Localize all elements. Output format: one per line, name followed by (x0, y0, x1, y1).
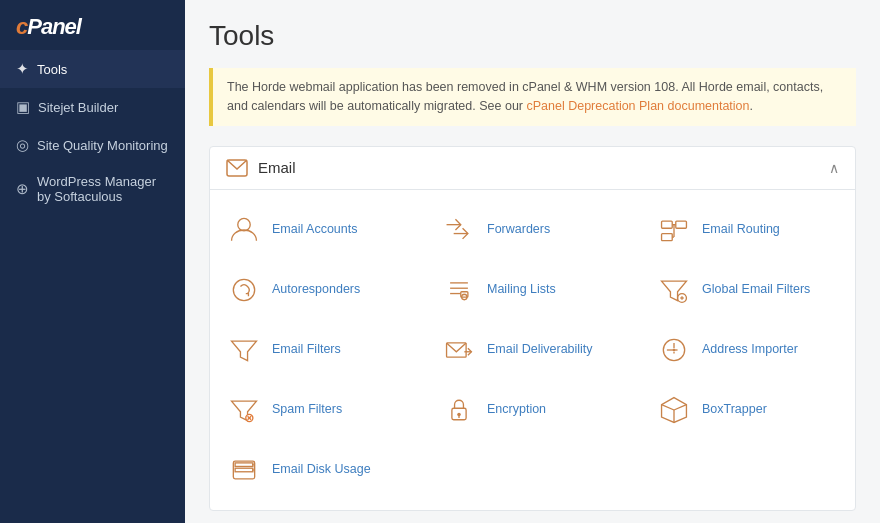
tool-mailing-lists[interactable]: Mailing Lists (425, 260, 640, 320)
email-routing-label: Email Routing (702, 221, 780, 237)
svg-rect-40 (235, 468, 253, 472)
email-section-icon (226, 159, 248, 177)
sidebar-item-label: Sitejet Builder (38, 100, 118, 115)
email-accounts-icon (226, 212, 262, 248)
global-email-filters-icon (656, 272, 692, 308)
mailing-lists-icon (441, 272, 477, 308)
svg-rect-39 (235, 462, 253, 466)
tool-global-email-filters[interactable]: Global Email Filters (640, 260, 855, 320)
tool-email-deliverability[interactable]: Email Deliverability (425, 320, 640, 380)
tool-spam-filters[interactable]: Spam Filters (210, 380, 425, 440)
sidebar-item-label: WordPress Manager by Softaculous (37, 174, 169, 204)
page-title: Tools (209, 20, 856, 52)
email-section: Email ∧ Email Accounts Forwarders (209, 146, 856, 511)
forwarders-icon (441, 212, 477, 248)
email-section-title: Email (226, 159, 296, 177)
autoresponders-icon (226, 272, 262, 308)
sidebar: cPanel ✦ Tools ▣ Sitejet Builder ◎ Site … (0, 0, 185, 523)
email-routing-icon (656, 212, 692, 248)
mailing-lists-label: Mailing Lists (487, 281, 556, 297)
address-importer-icon (656, 332, 692, 368)
svg-rect-3 (676, 221, 687, 228)
tool-encryption[interactable]: Encryption (425, 380, 640, 440)
sidebar-logo: cPanel (0, 0, 185, 50)
autoresponders-label: Autoresponders (272, 281, 360, 297)
address-importer-label: Address Importer (702, 341, 798, 357)
svg-point-8 (233, 279, 254, 300)
svg-point-41 (252, 463, 254, 465)
sqm-icon: ◎ (16, 136, 29, 154)
main-content: Tools The Horde webmail application has … (185, 0, 880, 523)
sidebar-item-wordpress[interactable]: ⊕ WordPress Manager by Softaculous (0, 164, 185, 214)
forwarders-label: Forwarders (487, 221, 550, 237)
sitejet-icon: ▣ (16, 98, 30, 116)
email-collapse-icon: ∧ (829, 160, 839, 176)
warning-link[interactable]: cPanel Deprecation Plan documentation (526, 99, 749, 113)
email-filters-label: Email Filters (272, 341, 341, 357)
svg-point-1 (238, 218, 250, 230)
sidebar-item-sqm[interactable]: ◎ Site Quality Monitoring (0, 126, 185, 164)
tools-icon: ✦ (16, 60, 29, 78)
svg-rect-4 (662, 233, 673, 240)
tool-email-routing[interactable]: Email Routing (640, 200, 855, 260)
boxtrapper-label: BoxTrapper (702, 401, 767, 417)
email-deliverability-icon (441, 332, 477, 368)
svg-point-42 (252, 469, 254, 471)
email-tools-grid: Email Accounts Forwarders Email Routing (210, 190, 855, 510)
boxtrapper-icon (656, 392, 692, 428)
tool-email-disk-usage[interactable]: Email Disk Usage (210, 440, 425, 500)
sidebar-item-sitejet[interactable]: ▣ Sitejet Builder (0, 88, 185, 126)
tool-forwarders[interactable]: Forwarders (425, 200, 640, 260)
email-disk-usage-label: Email Disk Usage (272, 461, 371, 477)
sidebar-item-label: Site Quality Monitoring (37, 138, 168, 153)
tool-address-importer[interactable]: Address Importer (640, 320, 855, 380)
email-deliverability-label: Email Deliverability (487, 341, 593, 357)
email-accounts-label: Email Accounts (272, 221, 357, 237)
tool-email-filters[interactable]: Email Filters (210, 320, 425, 380)
global-email-filters-label: Global Email Filters (702, 281, 810, 297)
encryption-label: Encryption (487, 401, 546, 417)
warning-banner: The Horde webmail application has been r… (209, 68, 856, 126)
email-disk-usage-icon (226, 452, 262, 488)
svg-line-36 (674, 404, 686, 409)
email-filters-icon (226, 332, 262, 368)
spam-filters-icon (226, 392, 262, 428)
encryption-icon (441, 392, 477, 428)
sidebar-item-label: Tools (37, 62, 67, 77)
svg-rect-38 (233, 461, 254, 479)
tool-boxtrapper[interactable]: BoxTrapper (640, 380, 855, 440)
tool-email-accounts[interactable]: Email Accounts (210, 200, 425, 260)
email-section-header[interactable]: Email ∧ (210, 147, 855, 190)
svg-rect-2 (662, 221, 673, 228)
tool-autoresponders[interactable]: Autoresponders (210, 260, 425, 320)
svg-line-35 (662, 404, 674, 409)
logo-text: cPanel (16, 14, 169, 40)
sidebar-item-tools[interactable]: ✦ Tools (0, 50, 185, 88)
spam-filters-label: Spam Filters (272, 401, 342, 417)
wordpress-icon: ⊕ (16, 180, 29, 198)
svg-marker-19 (232, 341, 257, 361)
email-section-label: Email (258, 159, 296, 176)
